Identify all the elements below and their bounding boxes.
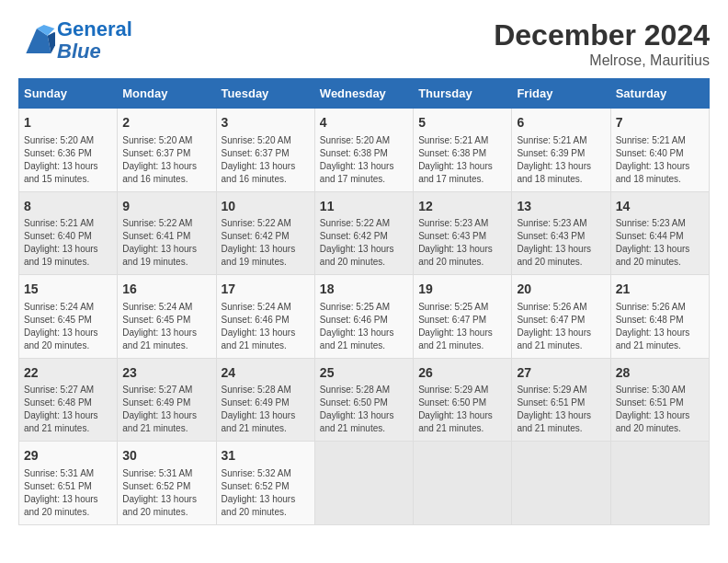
day-detail: Sunrise: 5:20 AMSunset: 6:37 PMDaylight:… xyxy=(122,134,210,186)
calendar-table: SundayMondayTuesdayWednesdayThursdayFrid… xyxy=(18,78,710,525)
calendar-week-1: 1Sunrise: 5:20 AMSunset: 6:36 PMDaylight… xyxy=(19,109,710,192)
header-saturday: Saturday xyxy=(610,79,709,109)
day-detail: Sunrise: 5:21 AMSunset: 6:40 PMDaylight:… xyxy=(24,217,112,269)
day-detail: Sunrise: 5:20 AMSunset: 6:38 PMDaylight:… xyxy=(320,134,408,186)
day-detail: Sunrise: 5:29 AMSunset: 6:51 PMDaylight:… xyxy=(517,384,605,435)
calendar-cell: 13Sunrise: 5:23 AMSunset: 6:43 PMDayligh… xyxy=(512,191,610,275)
calendar-cell: 17Sunrise: 5:24 AMSunset: 6:46 PMDayligh… xyxy=(216,275,314,359)
day-number: 17 xyxy=(222,281,310,299)
day-detail: Sunrise: 5:26 AMSunset: 6:47 PMDaylight:… xyxy=(517,301,605,352)
day-number: 19 xyxy=(418,281,506,299)
day-number: 4 xyxy=(320,114,408,132)
calendar-cell: 22Sunrise: 5:27 AMSunset: 6:48 PMDayligh… xyxy=(19,358,118,442)
header-tuesday: Tuesday xyxy=(216,79,314,109)
page-header: General Blue December 2024 Melrose, Maur… xyxy=(18,18,710,69)
day-number: 8 xyxy=(24,198,112,216)
day-detail: Sunrise: 5:31 AMSunset: 6:52 PMDaylight:… xyxy=(122,467,210,519)
header-friday: Friday xyxy=(512,79,610,109)
day-number: 11 xyxy=(320,198,408,216)
day-number: 22 xyxy=(24,364,112,383)
day-detail: Sunrise: 5:20 AMSunset: 6:37 PMDaylight:… xyxy=(222,134,310,186)
day-number: 23 xyxy=(122,364,210,383)
calendar-cell: 4Sunrise: 5:20 AMSunset: 6:38 PMDaylight… xyxy=(314,109,413,192)
day-number: 26 xyxy=(418,364,506,383)
calendar-cell xyxy=(414,442,512,525)
day-detail: Sunrise: 5:31 AMSunset: 6:51 PMDaylight:… xyxy=(24,467,112,519)
calendar-cell: 6Sunrise: 5:21 AMSunset: 6:39 PMDaylight… xyxy=(512,109,610,192)
day-number: 15 xyxy=(24,281,112,299)
day-number: 10 xyxy=(222,198,310,216)
day-detail: Sunrise: 5:27 AMSunset: 6:49 PMDaylight:… xyxy=(122,384,210,435)
day-number: 12 xyxy=(418,198,506,216)
day-detail: Sunrise: 5:23 AMSunset: 6:43 PMDaylight:… xyxy=(517,217,605,269)
calendar-cell: 24Sunrise: 5:28 AMSunset: 6:49 PMDayligh… xyxy=(216,358,314,442)
calendar-cell xyxy=(512,442,610,525)
calendar-cell: 26Sunrise: 5:29 AMSunset: 6:50 PMDayligh… xyxy=(414,358,512,442)
header-wednesday: Wednesday xyxy=(314,79,413,109)
header-row: SundayMondayTuesdayWednesdayThursdayFrid… xyxy=(19,79,710,109)
calendar-cell: 20Sunrise: 5:26 AMSunset: 6:47 PMDayligh… xyxy=(512,275,610,359)
day-detail: Sunrise: 5:21 AMSunset: 6:38 PMDaylight:… xyxy=(418,134,506,186)
calendar-cell: 11Sunrise: 5:22 AMSunset: 6:42 PMDayligh… xyxy=(314,191,413,275)
day-number: 1 xyxy=(24,114,112,132)
calendar-cell: 18Sunrise: 5:25 AMSunset: 6:46 PMDayligh… xyxy=(314,275,413,359)
day-number: 7 xyxy=(616,114,704,132)
calendar-week-4: 22Sunrise: 5:27 AMSunset: 6:48 PMDayligh… xyxy=(19,358,710,442)
header-sunday: Sunday xyxy=(19,79,118,109)
calendar-cell: 15Sunrise: 5:24 AMSunset: 6:45 PMDayligh… xyxy=(19,275,118,359)
calendar-cell: 23Sunrise: 5:27 AMSunset: 6:49 PMDayligh… xyxy=(118,358,216,442)
calendar-cell: 8Sunrise: 5:21 AMSunset: 6:40 PMDaylight… xyxy=(19,191,118,275)
calendar-cell: 27Sunrise: 5:29 AMSunset: 6:51 PMDayligh… xyxy=(512,358,610,442)
calendar-cell: 10Sunrise: 5:22 AMSunset: 6:42 PMDayligh… xyxy=(216,191,314,275)
calendar-cell: 16Sunrise: 5:24 AMSunset: 6:45 PMDayligh… xyxy=(118,275,216,359)
day-number: 6 xyxy=(517,114,605,132)
day-number: 27 xyxy=(517,364,605,383)
day-number: 28 xyxy=(616,364,704,383)
logo-icon xyxy=(18,25,55,57)
calendar-week-3: 15Sunrise: 5:24 AMSunset: 6:45 PMDayligh… xyxy=(19,275,710,359)
day-detail: Sunrise: 5:21 AMSunset: 6:39 PMDaylight:… xyxy=(517,134,605,186)
calendar-cell: 12Sunrise: 5:23 AMSunset: 6:43 PMDayligh… xyxy=(414,191,512,275)
title-block: December 2024 Melrose, Mauritius xyxy=(494,18,710,69)
subtitle: Melrose, Mauritius xyxy=(494,52,710,69)
calendar-cell: 2Sunrise: 5:20 AMSunset: 6:37 PMDaylight… xyxy=(118,109,216,192)
day-number: 5 xyxy=(418,114,506,132)
day-number: 13 xyxy=(517,198,605,216)
calendar-cell: 3Sunrise: 5:20 AMSunset: 6:37 PMDaylight… xyxy=(216,109,314,192)
day-detail: Sunrise: 5:24 AMSunset: 6:46 PMDaylight:… xyxy=(222,301,310,352)
day-detail: Sunrise: 5:22 AMSunset: 6:42 PMDaylight:… xyxy=(320,217,408,269)
calendar-cell: 29Sunrise: 5:31 AMSunset: 6:51 PMDayligh… xyxy=(19,442,118,525)
calendar-week-5: 29Sunrise: 5:31 AMSunset: 6:51 PMDayligh… xyxy=(19,442,710,525)
calendar-cell xyxy=(314,442,413,525)
calendar-cell xyxy=(610,442,709,525)
calendar-cell: 1Sunrise: 5:20 AMSunset: 6:36 PMDaylight… xyxy=(19,109,118,192)
day-number: 30 xyxy=(122,447,210,465)
calendar-cell: 9Sunrise: 5:22 AMSunset: 6:41 PMDaylight… xyxy=(118,191,216,275)
day-detail: Sunrise: 5:27 AMSunset: 6:48 PMDaylight:… xyxy=(24,384,112,435)
calendar-header: SundayMondayTuesdayWednesdayThursdayFrid… xyxy=(19,79,710,109)
calendar-cell: 31Sunrise: 5:32 AMSunset: 6:52 PMDayligh… xyxy=(216,442,314,525)
day-number: 14 xyxy=(616,198,704,216)
day-number: 16 xyxy=(122,281,210,299)
header-monday: Monday xyxy=(118,79,216,109)
day-detail: Sunrise: 5:25 AMSunset: 6:46 PMDaylight:… xyxy=(320,301,408,352)
calendar-cell: 14Sunrise: 5:23 AMSunset: 6:44 PMDayligh… xyxy=(610,191,709,275)
day-detail: Sunrise: 5:24 AMSunset: 6:45 PMDaylight:… xyxy=(24,301,112,352)
day-number: 20 xyxy=(517,281,605,299)
day-detail: Sunrise: 5:32 AMSunset: 6:52 PMDaylight:… xyxy=(222,467,310,519)
logo-text: General Blue xyxy=(57,18,132,63)
day-detail: Sunrise: 5:23 AMSunset: 6:43 PMDaylight:… xyxy=(418,217,506,269)
logo: General Blue xyxy=(18,18,132,63)
day-detail: Sunrise: 5:22 AMSunset: 6:42 PMDaylight:… xyxy=(222,217,310,269)
day-detail: Sunrise: 5:24 AMSunset: 6:45 PMDaylight:… xyxy=(122,301,210,352)
calendar-cell: 5Sunrise: 5:21 AMSunset: 6:38 PMDaylight… xyxy=(414,109,512,192)
calendar-week-2: 8Sunrise: 5:21 AMSunset: 6:40 PMDaylight… xyxy=(19,191,710,275)
day-detail: Sunrise: 5:26 AMSunset: 6:48 PMDaylight:… xyxy=(616,301,704,352)
day-number: 9 xyxy=(122,198,210,216)
calendar-cell: 25Sunrise: 5:28 AMSunset: 6:50 PMDayligh… xyxy=(314,358,413,442)
calendar-body: 1Sunrise: 5:20 AMSunset: 6:36 PMDaylight… xyxy=(19,109,710,525)
day-detail: Sunrise: 5:22 AMSunset: 6:41 PMDaylight:… xyxy=(122,217,210,269)
calendar-cell: 7Sunrise: 5:21 AMSunset: 6:40 PMDaylight… xyxy=(610,109,709,192)
day-detail: Sunrise: 5:28 AMSunset: 6:50 PMDaylight:… xyxy=(320,384,408,435)
day-number: 29 xyxy=(24,447,112,465)
